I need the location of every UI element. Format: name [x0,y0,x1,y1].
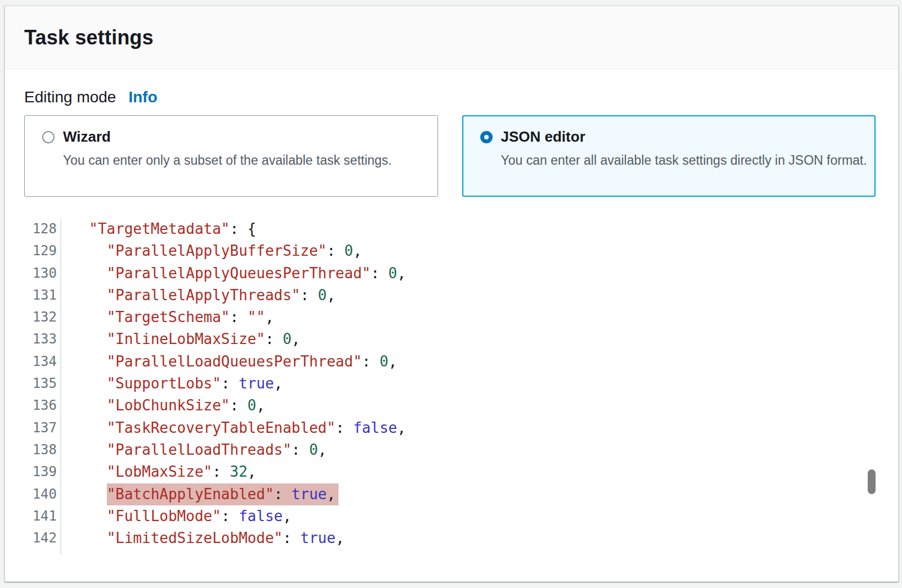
code-indent [71,287,107,304]
code-text: "ParallelApplyQueuesPerThread": 0, [57,263,406,284]
json-value: 0 [380,353,389,370]
json-key: "LobChunkSize" [107,397,230,414]
json-value: true [238,375,274,392]
json-key: "ParallelApplyQueuesPerThread" [107,265,371,282]
line-number: 137 [5,417,57,439]
page-title: Task settings [24,26,154,49]
json-key: "TaskRecoveryTableEnabled" [107,419,336,436]
code-line[interactable]: 139 "LobMaxSize": 32, [5,461,898,483]
code-line[interactable]: 129 "ParallelApplyBufferSize": 0, [5,240,898,262]
json-code-editor[interactable]: 128 "TargetMetadata": { 129 "ParallelApp… [5,218,898,581]
json-comma: , [389,353,398,370]
code-tokens: "TargetSchema": "", [107,306,274,328]
json-value: 0 [247,397,256,414]
code-line[interactable]: 140 "BatchApplyEnabled": true, [5,483,898,505]
radio-selected-icon[interactable] [480,131,493,143]
scrollbar-thumb[interactable] [868,469,876,494]
code-indent [71,375,107,392]
code-indent [71,508,107,524]
json-colon: : [230,220,247,237]
code-text: "TaskRecoveryTableEnabled": false, [57,417,406,439]
json-colon: : [336,419,353,436]
json-colon: : [327,242,344,259]
json-value: { [247,220,256,237]
code-text: "FullLobMode": false, [57,505,291,527]
code-line[interactable]: 128 "TargetMetadata": { [5,218,898,240]
line-number: 140 [5,483,57,505]
tile-wizard[interactable]: Wizard You can enter only a subset of th… [24,115,438,197]
code-text: "SupportLobs": true, [57,373,283,395]
json-colon: : [212,463,229,480]
code-tokens: "LobChunkSize": 0, [107,395,265,417]
code-tokens: "ParallelLoadThreads": 0, [107,439,327,461]
radio-unselected-icon[interactable] [42,131,55,143]
editing-mode-row: Editing mode Info [24,88,876,106]
json-colon: : [265,331,282,347]
code-indent [71,331,107,347]
json-key: "TargetMetadata" [89,220,229,237]
code-text: "LobMaxSize": 32, [57,461,256,483]
json-value: true [291,486,327,503]
info-link[interactable]: Info [128,88,157,106]
code-line[interactable]: 131 "ParallelApplyThreads": 0, [5,284,898,306]
json-key: "TargetSchema" [107,309,230,325]
json-comma: , [327,287,336,304]
tile-json-editor-title: JSON editor [501,128,585,146]
json-value: 0 [318,287,327,304]
json-comma: , [336,530,345,546]
code-indent [71,441,107,458]
code-tokens: "InlineLobMaxSize": 0, [107,328,300,350]
code-line[interactable]: 136 "LobChunkSize": 0, [5,395,898,417]
code-line[interactable]: 137 "TaskRecoveryTableEnabled": false, [5,417,898,439]
json-colon: : [230,397,247,414]
json-comma: , [318,441,327,458]
json-value: 0 [309,441,318,458]
task-settings-panel: Task settings Editing mode Info Wizard Y… [4,6,899,582]
code-indent [71,530,107,546]
json-comma: , [265,309,274,325]
code-text: "TargetSchema": "", [57,306,274,328]
code-line[interactable]: 130 "ParallelApplyQueuesPerThread": 0, [5,263,898,284]
line-number: 133 [5,328,57,350]
code-indent [71,397,107,414]
code-indent [71,486,107,503]
code-indent [71,463,107,480]
json-colon: : [274,486,291,503]
json-key: "ParallelApplyThreads" [107,287,300,304]
code-tokens: "ParallelApplyThreads": 0, [107,284,336,306]
json-colon: : [371,265,388,282]
code-line[interactable]: 141 "FullLobMode": false, [5,505,898,527]
code-line[interactable]: 138 "ParallelLoadThreads": 0, [5,439,898,461]
code-tokens: "FullLobMode": false, [107,505,292,527]
line-number: 135 [5,373,57,395]
code-line[interactable]: 132 "TargetSchema": "", [5,306,898,328]
json-key: "BatchApplyEnabled" [107,486,274,503]
tile-json-editor-description: You can enter all available task setting… [501,151,869,170]
code-tokens: "LimitedSizeLobMode": true, [107,527,345,549]
editing-mode-tiles: Wizard You can enter only a subset of th… [24,115,876,197]
line-number: 128 [5,218,57,240]
json-comma: , [274,375,283,392]
code-line[interactable]: 133 "InlineLobMaxSize": 0, [5,328,898,350]
code-text: "BatchApplyEnabled": true, [57,483,339,505]
line-number: 130 [5,263,57,284]
tile-wizard-head: Wizard [42,128,431,146]
json-value: "" [247,309,265,325]
gutter-separator [60,218,61,555]
code-line[interactable]: 142 "LimitedSizeLobMode": true, [5,527,898,549]
line-number: 134 [5,351,57,373]
code-tokens: "TargetMetadata": { [89,218,256,240]
code-indent [71,309,107,325]
tile-json-editor[interactable]: JSON editor You can enter all available … [462,115,876,197]
code-line[interactable]: 135 "SupportLobs": true, [5,373,898,395]
code-indent [71,242,107,259]
code-indent [71,265,107,282]
json-key: "FullLobMode" [107,508,222,524]
json-colon: : [230,309,247,325]
json-key: "SupportLobs" [107,375,222,392]
line-number: 136 [5,395,57,417]
code-line[interactable]: 134 "ParallelLoadQueuesPerThread": 0, [5,351,898,373]
json-colon: : [283,530,300,546]
code-text: "ParallelLoadThreads": 0, [57,439,327,461]
json-value: 0 [344,242,353,259]
